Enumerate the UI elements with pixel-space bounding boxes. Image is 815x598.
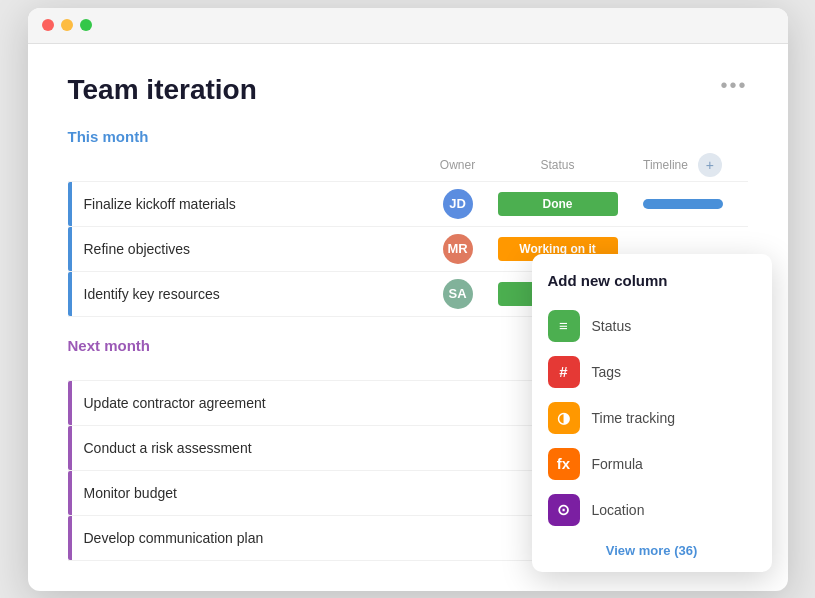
status-cell: Done bbox=[498, 192, 618, 216]
status-icon: ≡ bbox=[548, 310, 580, 342]
task-name: Finalize kickoff materials bbox=[68, 196, 418, 212]
dropdown-title: Add new column bbox=[548, 272, 756, 289]
avatar: SA bbox=[443, 279, 473, 309]
more-options-button[interactable]: ••• bbox=[720, 74, 747, 97]
add-column-button[interactable]: + bbox=[698, 153, 722, 177]
page-title: Team iteration bbox=[68, 74, 748, 106]
minimize-dot[interactable] bbox=[61, 19, 73, 31]
close-dot[interactable] bbox=[42, 19, 54, 31]
dropdown-item-tags[interactable]: # Tags bbox=[548, 349, 756, 395]
dropdown-item-status[interactable]: ≡ Status bbox=[548, 303, 756, 349]
formula-icon: fx bbox=[548, 448, 580, 480]
this-month-label: This month bbox=[68, 128, 748, 145]
timeline-cell bbox=[618, 199, 748, 209]
maximize-dot[interactable] bbox=[80, 19, 92, 31]
timeline-bar bbox=[643, 199, 723, 209]
owner-col-header: Owner bbox=[418, 158, 498, 172]
timeline-col-header: Timeline + bbox=[618, 153, 748, 177]
row-border bbox=[68, 227, 72, 271]
owner-cell: JD bbox=[418, 189, 498, 219]
owner-cell: MR bbox=[418, 234, 498, 264]
row-border bbox=[68, 426, 72, 470]
dropdown-item-label: Formula bbox=[592, 456, 643, 472]
row-border bbox=[68, 381, 72, 425]
status-badge: Done bbox=[498, 192, 618, 216]
task-name: Update contractor agreement bbox=[68, 395, 548, 411]
task-name: Refine objectives bbox=[68, 241, 418, 257]
location-icon: ⊙ bbox=[548, 494, 580, 526]
dropdown-item-location[interactable]: ⊙ Location bbox=[548, 487, 756, 533]
dropdown-item-label: Time tracking bbox=[592, 410, 676, 426]
row-border bbox=[68, 471, 72, 515]
row-border bbox=[68, 516, 72, 560]
this-month-header: Owner Status Timeline + bbox=[68, 153, 748, 181]
titlebar bbox=[28, 8, 788, 44]
avatar: MR bbox=[443, 234, 473, 264]
add-column-dropdown: Add new column ≡ Status # Tags ◑ Time tr… bbox=[532, 254, 772, 572]
time-tracking-icon: ◑ bbox=[548, 402, 580, 434]
dropdown-item-formula[interactable]: fx Formula bbox=[548, 441, 756, 487]
dropdown-item-label: Location bbox=[592, 502, 645, 518]
dropdown-item-label: Tags bbox=[592, 364, 622, 380]
task-name: Develop communication plan bbox=[68, 530, 548, 546]
app-window: Team iteration ••• This month Owner Stat… bbox=[28, 8, 788, 591]
owner-cell: SA bbox=[418, 279, 498, 309]
task-name: Identify key resources bbox=[68, 286, 418, 302]
main-content: Team iteration ••• This month Owner Stat… bbox=[28, 44, 788, 591]
avatar: JD bbox=[443, 189, 473, 219]
row-border bbox=[68, 272, 72, 316]
status-col-header: Status bbox=[498, 158, 618, 172]
table-row: Finalize kickoff materials JD Done bbox=[68, 181, 748, 227]
task-name: Conduct a risk assessment bbox=[68, 440, 548, 456]
task-name: Monitor budget bbox=[68, 485, 548, 501]
dropdown-item-label: Status bbox=[592, 318, 632, 334]
view-more-link[interactable]: View more (36) bbox=[548, 543, 756, 558]
tags-icon: # bbox=[548, 356, 580, 388]
row-border bbox=[68, 182, 72, 226]
dropdown-item-time-tracking[interactable]: ◑ Time tracking bbox=[548, 395, 756, 441]
